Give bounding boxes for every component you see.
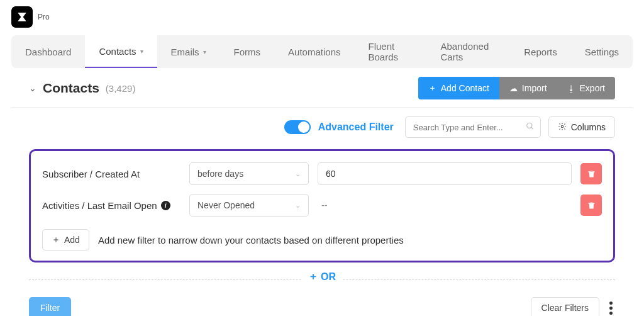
chevron-down-icon: ▾ bbox=[140, 48, 143, 55]
svg-point-0 bbox=[527, 123, 532, 128]
nav-automations[interactable]: Automations bbox=[274, 35, 354, 68]
nav-fluent-boards[interactable]: Fluent Boards bbox=[355, 35, 427, 68]
nav-reports[interactable]: Reports bbox=[510, 35, 571, 68]
filter-field-label: Subscriber / Created At bbox=[42, 169, 180, 179]
nav-emails[interactable]: Emails▾ bbox=[157, 35, 220, 68]
cloud-upload-icon: ☁ bbox=[509, 84, 518, 93]
trash-icon bbox=[587, 169, 596, 179]
filter-value-input[interactable] bbox=[318, 162, 572, 185]
header-actions: ＋ Add Contact ☁ Import ⭳ Export bbox=[418, 77, 615, 99]
top-bar: Pro bbox=[0, 0, 644, 35]
search-input[interactable] bbox=[405, 116, 541, 138]
svg-point-2 bbox=[561, 125, 564, 128]
add-filter-button[interactable]: ＋ Add bbox=[42, 229, 89, 251]
chevron-down-icon[interactable]: ⌄ bbox=[29, 83, 36, 93]
plus-icon: ＋ bbox=[428, 82, 436, 94]
nav-forms[interactable]: Forms bbox=[220, 35, 275, 68]
filter-row: Subscriber / Created At before days ⌄ bbox=[42, 162, 602, 185]
plus-icon: ＋ bbox=[308, 270, 318, 283]
footer-row: Filter Clear Filters bbox=[11, 287, 633, 316]
controls-row: Advanced Filter Columns bbox=[11, 108, 633, 144]
clear-filters-button[interactable]: Clear Filters bbox=[531, 297, 599, 316]
export-button[interactable]: ⭳ Export bbox=[557, 77, 615, 99]
add-filter-row: ＋ Add Add new filter to narrow down your… bbox=[42, 229, 602, 251]
more-menu-button[interactable] bbox=[607, 299, 615, 317]
plan-label: Pro bbox=[38, 13, 50, 21]
nav-dashboard[interactable]: Dashboard bbox=[11, 35, 85, 68]
download-icon: ⭳ bbox=[567, 84, 575, 93]
filter-value-static: -- bbox=[318, 200, 572, 210]
svg-line-1 bbox=[531, 127, 533, 129]
advanced-filter-toggle[interactable] bbox=[284, 120, 311, 134]
page-title: Contacts bbox=[43, 81, 99, 96]
info-icon[interactable]: i bbox=[161, 201, 170, 210]
filter-operator-select[interactable]: Never Opened ⌄ bbox=[189, 194, 309, 217]
filter-operator-select[interactable]: before days ⌄ bbox=[189, 162, 309, 185]
main-nav: Dashboard Contacts▾ Emails▾ Forms Automa… bbox=[11, 35, 633, 68]
chevron-down-icon: ⌄ bbox=[295, 201, 301, 210]
search-wrap bbox=[405, 116, 541, 138]
gear-icon bbox=[558, 122, 567, 133]
delete-filter-button[interactable] bbox=[580, 163, 602, 184]
page-header: ⌄ Contacts (3,429) ＋ Add Contact ☁ Impor… bbox=[11, 68, 633, 108]
chevron-down-icon: ▾ bbox=[203, 48, 206, 55]
app-logo bbox=[11, 6, 33, 28]
add-filter-hint: Add new filter to narrow down your conta… bbox=[98, 235, 404, 245]
search-icon bbox=[526, 122, 535, 133]
filter-group: Subscriber / Created At before days ⌄ Ac… bbox=[29, 149, 615, 262]
columns-button[interactable]: Columns bbox=[548, 116, 615, 138]
delete-filter-button[interactable] bbox=[580, 195, 602, 216]
nav-contacts[interactable]: Contacts▾ bbox=[85, 35, 157, 68]
or-label: OR bbox=[321, 271, 336, 283]
add-contact-button[interactable]: ＋ Add Contact bbox=[418, 77, 499, 99]
plus-icon: ＋ bbox=[52, 234, 60, 245]
or-divider[interactable]: ＋ OR bbox=[29, 270, 615, 287]
nav-settings[interactable]: Settings bbox=[571, 35, 633, 68]
filter-field-label: Activities / Last Email Open i bbox=[42, 200, 180, 211]
import-button[interactable]: ☁ Import bbox=[499, 77, 557, 99]
trash-icon bbox=[587, 201, 596, 210]
advanced-filter-label: Advanced Filter bbox=[318, 121, 394, 133]
chevron-down-icon: ⌄ bbox=[295, 170, 301, 178]
nav-abandoned-carts[interactable]: Abandoned Carts bbox=[427, 35, 511, 68]
contact-count: (3,429) bbox=[106, 83, 136, 94]
filter-row: Activities / Last Email Open i Never Ope… bbox=[42, 194, 602, 217]
apply-filter-button[interactable]: Filter bbox=[29, 297, 71, 316]
